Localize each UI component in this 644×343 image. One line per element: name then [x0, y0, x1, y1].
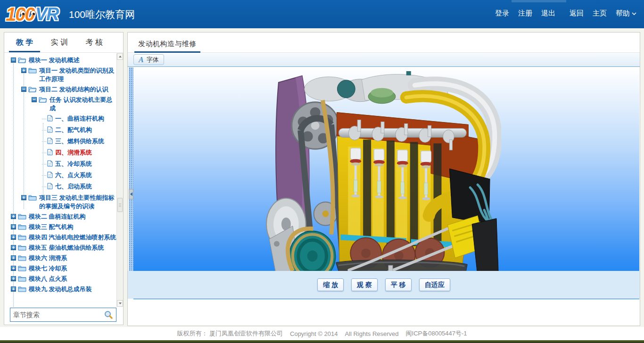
folder-closed-icon [18, 234, 26, 240]
folder-closed-icon [18, 286, 26, 292]
tab-engine-course[interactable]: 发动机构造与维修 [134, 33, 200, 53]
tree-item[interactable]: −项目二 发动机结构的认识 [4, 85, 116, 94]
arrow-up-icon [119, 56, 122, 57]
sidebar-tab-考核[interactable]: 考 核 [79, 33, 110, 52]
tree-item-label[interactable]: 一、曲柄连杆机构 [55, 114, 104, 123]
engine-3d-model[interactable] [264, 69, 501, 294]
viewer-3d-canvas[interactable] [133, 67, 639, 299]
collapse-minus-icon[interactable]: − [21, 87, 26, 92]
expand-plus-icon[interactable]: + [11, 276, 16, 281]
content-panel: 发动机构造与维修 A 字体 [127, 32, 640, 326]
font-a-icon: A [139, 56, 144, 64]
tree-item-label[interactable]: 四、润滑系统 [55, 148, 92, 157]
expand-plus-icon[interactable]: + [21, 68, 26, 73]
header-link-登录[interactable]: 登录 [495, 9, 509, 18]
sidebar-tab-教学[interactable]: 教 学 [9, 33, 40, 52]
expand-plus-icon[interactable]: + [11, 266, 16, 271]
tree-item-label[interactable]: 模块二 曲柄连缸机构 [29, 212, 86, 221]
tree-item[interactable]: 一、曲柄连杆机构 [4, 114, 116, 123]
header-link-退出[interactable]: 退出 [541, 9, 555, 18]
tree-item[interactable]: −模块一 发动机概述 [4, 56, 116, 65]
logo-eye-icon [31, 10, 36, 16]
sidebar-tab-实训[interactable]: 实 训 [44, 33, 75, 52]
search-icon[interactable] [104, 310, 113, 319]
tree-item-label[interactable]: 三、燃料供给系统 [55, 137, 104, 146]
collapse-sidebar-handle[interactable] [129, 189, 133, 199]
tree-connector [42, 130, 46, 131]
tree-item[interactable]: −任务 认识发动机主要总成 [4, 96, 116, 113]
tree-item-label[interactable]: 模块九 发动机总成吊装 [29, 285, 92, 294]
tree-item[interactable]: +项目一 发动机类型的识别及工作原理 [4, 66, 116, 83]
tree-item-label[interactable]: 模块五 柴油机燃油供给系统 [29, 244, 104, 252]
tree-item-label[interactable]: 六、点火系统 [55, 171, 92, 180]
tree-item[interactable]: +模块六 润滑系 [4, 254, 116, 262]
tree-item-label[interactable]: 模块八 点火系 [29, 275, 67, 283]
tree-item-label[interactable]: 模块六 润滑系 [29, 254, 67, 262]
expand-plus-icon[interactable]: + [11, 245, 16, 250]
header-link-主页[interactable]: 主页 [593, 9, 607, 18]
tree-item-label[interactable]: 项目三 发动机主要性能指标的掌握及编号的识读 [39, 194, 116, 211]
tree-item-label[interactable]: 任务 认识发动机主要总成 [50, 96, 116, 113]
tree-item-label[interactable]: 五、冷却系统 [55, 160, 92, 168]
arrow-down-icon [119, 302, 122, 304]
tree-item[interactable]: +模块三 配气机构 [4, 223, 116, 231]
tree-item[interactable]: +模块七 冷却系 [4, 264, 116, 273]
tree-item[interactable]: 三、燃料供给系统 [4, 137, 116, 146]
tree-item[interactable]: +模块五 柴油机燃油供给系统 [4, 244, 116, 252]
font-button[interactable]: A 字体 [133, 54, 164, 65]
header-link-帮助[interactable]: 帮助 [616, 9, 636, 18]
content-tabbar: 发动机构造与维修 [128, 33, 640, 53]
tree-item[interactable]: +模块四 汽油机电控燃油喷射系统 [4, 233, 116, 242]
expand-plus-icon[interactable]: + [11, 224, 16, 229]
site-logo[interactable]: 100 VR [6, 2, 58, 26]
logo-100: 100 [6, 4, 34, 25]
tree-item[interactable]: +模块九 发动机总成吊装 [4, 285, 116, 294]
folder-open-icon [18, 57, 26, 63]
tree-item[interactable]: 五、冷却系统 [4, 160, 116, 168]
tree-item[interactable]: +模块八 点火系 [4, 275, 116, 283]
tree-item-label[interactable]: 二、配气机构 [55, 126, 92, 134]
tree-connector [42, 187, 46, 187]
collapse-minus-icon[interactable]: − [32, 97, 37, 102]
expand-plus-icon[interactable]: + [11, 235, 16, 240]
tree-scrollbar[interactable] [116, 53, 123, 307]
tree-item-label[interactable]: 模块四 汽油机电控燃油喷射系统 [29, 233, 116, 242]
header-link-返回[interactable]: 返回 [570, 9, 584, 18]
expand-plus-icon[interactable]: + [11, 255, 16, 261]
viewer-control-缩放[interactable]: 缩 放 [317, 278, 344, 291]
document-icon [47, 160, 53, 167]
viewer-control-平移[interactable]: 平 移 [385, 278, 412, 291]
tree-item[interactable]: 六、点火系统 [4, 171, 116, 180]
collapse-minus-icon[interactable]: − [11, 57, 16, 63]
expand-plus-icon[interactable]: + [11, 286, 16, 292]
tree-item-label[interactable]: 模块一 发动机概述 [29, 56, 80, 65]
tree-item-label[interactable]: 模块三 配气机构 [29, 223, 74, 231]
tree-item-label[interactable]: 七、启动系统 [55, 182, 92, 191]
page-bottom-strip [0, 340, 644, 343]
chapter-search-box [10, 308, 116, 322]
tree-item[interactable]: 七、启动系统 [4, 182, 116, 191]
scroll-down-button[interactable] [117, 300, 123, 307]
chapter-search-input[interactable] [13, 311, 104, 318]
footer: 版权所有： 厦门凤凰创壹软件有限公司Copyright © 2014All Ri… [0, 327, 644, 340]
header-link-注册[interactable]: 注册 [518, 9, 532, 18]
viewer-control-观察[interactable]: 观 察 [351, 278, 378, 291]
tree-item[interactable]: +模块二 曲柄连缸机构 [4, 212, 116, 221]
tree-item[interactable]: 四、润滑系统 [4, 148, 116, 157]
logo-eye-icon [20, 10, 25, 16]
tree-item-label[interactable]: 模块七 冷却系 [29, 264, 67, 273]
sidebar-splitter[interactable] [129, 67, 133, 299]
scrollbar-thumb[interactable] [117, 198, 123, 212]
arrow-left-icon [130, 192, 132, 196]
tree-item-label[interactable]: 项目二 发动机结构的认识 [39, 85, 108, 94]
folder-closed-icon [18, 213, 26, 220]
tree-item[interactable]: 二、配气机构 [4, 126, 116, 134]
tree-connector [42, 119, 46, 119]
tree-item[interactable]: +项目三 发动机主要性能指标的掌握及编号的识读 [4, 194, 116, 211]
expand-plus-icon[interactable]: + [21, 195, 26, 200]
font-button-label: 字体 [147, 56, 159, 64]
expand-plus-icon[interactable]: + [11, 214, 16, 219]
scroll-up-button[interactable] [117, 53, 123, 60]
viewer-control-自适应[interactable]: 自适应 [419, 278, 450, 291]
tree-item-label[interactable]: 项目一 发动机类型的识别及工作原理 [39, 66, 116, 83]
